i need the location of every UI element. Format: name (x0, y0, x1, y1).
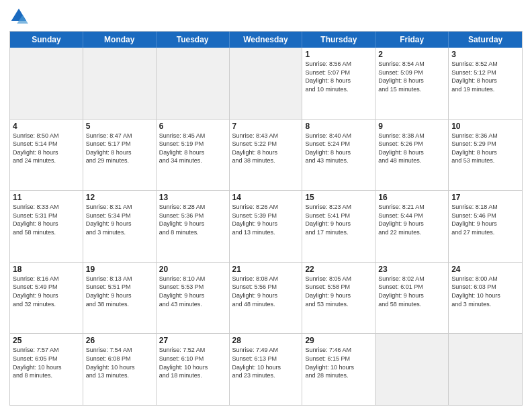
day-number: 25 (13, 336, 80, 345)
calendar-cell: 6Sunrise: 8:45 AMSunset: 5:19 PMDaylight… (157, 120, 230, 191)
calendar-cell (375, 334, 449, 405)
day-number: 20 (159, 265, 226, 274)
cell-text: Sunrise: 8:26 AMSunset: 5:39 PMDaylight:… (232, 203, 300, 236)
day-number: 18 (13, 265, 80, 274)
calendar-cell: 5Sunrise: 8:47 AMSunset: 5:17 PMDaylight… (83, 120, 157, 191)
calendar-cell: 28Sunrise: 7:49 AMSunset: 6:13 PMDayligh… (230, 334, 303, 405)
calendar-cell: 20Sunrise: 8:10 AMSunset: 5:53 PMDayligh… (157, 263, 230, 334)
calendar-cell: 2Sunrise: 8:54 AMSunset: 5:09 PMDaylight… (375, 48, 449, 119)
calendar-header-row: SundayMondayTuesdayWednesdayThursdayFrid… (10, 32, 522, 48)
cell-text: Sunrise: 8:36 AMSunset: 5:29 PMDaylight:… (451, 132, 519, 165)
calendar-cell: 1Sunrise: 8:56 AMSunset: 5:07 PMDaylight… (302, 48, 375, 119)
day-number: 11 (13, 193, 80, 202)
day-number: 26 (86, 336, 153, 345)
cell-text: Sunrise: 8:08 AMSunset: 5:56 PMDaylight:… (232, 275, 300, 308)
calendar-body: 1Sunrise: 8:56 AMSunset: 5:07 PMDaylight… (10, 48, 522, 405)
calendar-cell: 18Sunrise: 8:16 AMSunset: 5:49 PMDayligh… (10, 263, 83, 334)
cell-text: Sunrise: 7:49 AMSunset: 6:13 PMDaylight:… (232, 346, 300, 379)
day-number: 24 (451, 265, 519, 274)
calendar: SundayMondayTuesdayWednesdayThursdayFrid… (9, 31, 523, 406)
header-cell-thursday: Thursday (302, 32, 375, 48)
day-number: 3 (451, 50, 519, 59)
calendar-cell: 21Sunrise: 8:08 AMSunset: 5:56 PMDayligh… (230, 263, 303, 334)
cell-text: Sunrise: 8:02 AMSunset: 6:01 PMDaylight:… (378, 275, 445, 308)
day-number: 2 (378, 50, 445, 59)
calendar-cell (157, 48, 230, 119)
calendar-cell: 9Sunrise: 8:38 AMSunset: 5:26 PMDaylight… (375, 120, 449, 191)
header-cell-sunday: Sunday (10, 32, 83, 48)
calendar-cell (10, 48, 83, 119)
calendar-cell: 15Sunrise: 8:23 AMSunset: 5:41 PMDayligh… (302, 191, 375, 262)
calendar-cell: 4Sunrise: 8:50 AMSunset: 5:14 PMDaylight… (10, 120, 83, 191)
day-number: 4 (13, 122, 80, 131)
calendar-cell: 23Sunrise: 8:02 AMSunset: 6:01 PMDayligh… (375, 263, 449, 334)
header-cell-saturday: Saturday (449, 32, 522, 48)
calendar-cell: 24Sunrise: 8:00 AMSunset: 6:03 PMDayligh… (449, 263, 522, 334)
calendar-cell: 25Sunrise: 7:57 AMSunset: 6:05 PMDayligh… (10, 334, 83, 405)
calendar-cell: 3Sunrise: 8:52 AMSunset: 5:12 PMDaylight… (449, 48, 522, 119)
logo (9, 7, 30, 26)
day-number: 22 (305, 265, 372, 274)
logo-icon (9, 7, 28, 26)
cell-text: Sunrise: 8:43 AMSunset: 5:22 PMDaylight:… (232, 132, 300, 165)
day-number: 29 (305, 336, 372, 345)
day-number: 12 (86, 193, 153, 202)
day-number: 19 (86, 265, 153, 274)
day-number: 17 (451, 193, 519, 202)
header-cell-monday: Monday (83, 32, 157, 48)
calendar-cell: 14Sunrise: 8:26 AMSunset: 5:39 PMDayligh… (230, 191, 303, 262)
day-number: 9 (378, 122, 445, 131)
header-cell-wednesday: Wednesday (230, 32, 303, 48)
calendar-cell: 27Sunrise: 7:52 AMSunset: 6:10 PMDayligh… (157, 334, 230, 405)
cell-text: Sunrise: 8:33 AMSunset: 5:31 PMDaylight:… (13, 203, 80, 236)
calendar-cell: 8Sunrise: 8:40 AMSunset: 5:24 PMDaylight… (302, 120, 375, 191)
cell-text: Sunrise: 8:18 AMSunset: 5:46 PMDaylight:… (451, 203, 519, 236)
cell-text: Sunrise: 8:21 AMSunset: 5:44 PMDaylight:… (378, 203, 445, 236)
cell-text: Sunrise: 7:52 AMSunset: 6:10 PMDaylight:… (159, 346, 226, 379)
cell-text: Sunrise: 8:47 AMSunset: 5:17 PMDaylight:… (86, 132, 153, 165)
header (9, 7, 523, 26)
calendar-cell (449, 334, 522, 405)
cell-text: Sunrise: 7:57 AMSunset: 6:05 PMDaylight:… (13, 346, 80, 379)
day-number: 21 (232, 265, 300, 274)
calendar-row-4: 25Sunrise: 7:57 AMSunset: 6:05 PMDayligh… (10, 334, 522, 405)
day-number: 14 (232, 193, 300, 202)
page: SundayMondayTuesdayWednesdayThursdayFrid… (0, 0, 532, 411)
calendar-cell: 11Sunrise: 8:33 AMSunset: 5:31 PMDayligh… (10, 191, 83, 262)
day-number: 27 (159, 336, 226, 345)
day-number: 5 (86, 122, 153, 131)
day-number: 8 (305, 122, 372, 131)
header-cell-tuesday: Tuesday (157, 32, 230, 48)
cell-text: Sunrise: 8:28 AMSunset: 5:36 PMDaylight:… (159, 203, 226, 236)
calendar-row-3: 18Sunrise: 8:16 AMSunset: 5:49 PMDayligh… (10, 263, 522, 334)
cell-text: Sunrise: 8:31 AMSunset: 5:34 PMDaylight:… (86, 203, 153, 236)
calendar-cell: 10Sunrise: 8:36 AMSunset: 5:29 PMDayligh… (449, 120, 522, 191)
calendar-row-1: 4Sunrise: 8:50 AMSunset: 5:14 PMDaylight… (10, 120, 522, 191)
cell-text: Sunrise: 8:10 AMSunset: 5:53 PMDaylight:… (159, 275, 226, 308)
calendar-cell: 22Sunrise: 8:05 AMSunset: 5:58 PMDayligh… (302, 263, 375, 334)
cell-text: Sunrise: 8:13 AMSunset: 5:51 PMDaylight:… (86, 275, 153, 308)
cell-text: Sunrise: 8:00 AMSunset: 6:03 PMDaylight:… (451, 275, 519, 308)
calendar-row-2: 11Sunrise: 8:33 AMSunset: 5:31 PMDayligh… (10, 191, 522, 263)
day-number: 10 (451, 122, 519, 131)
cell-text: Sunrise: 8:23 AMSunset: 5:41 PMDaylight:… (305, 203, 372, 236)
calendar-cell: 29Sunrise: 7:46 AMSunset: 6:15 PMDayligh… (302, 334, 375, 405)
day-number: 13 (159, 193, 226, 202)
calendar-row-0: 1Sunrise: 8:56 AMSunset: 5:07 PMDaylight… (10, 48, 522, 120)
cell-text: Sunrise: 8:05 AMSunset: 5:58 PMDaylight:… (305, 275, 372, 308)
header-cell-friday: Friday (375, 32, 449, 48)
calendar-cell: 13Sunrise: 8:28 AMSunset: 5:36 PMDayligh… (157, 191, 230, 262)
day-number: 16 (378, 193, 445, 202)
calendar-cell: 19Sunrise: 8:13 AMSunset: 5:51 PMDayligh… (83, 263, 157, 334)
day-number: 7 (232, 122, 300, 131)
cell-text: Sunrise: 7:46 AMSunset: 6:15 PMDaylight:… (305, 346, 372, 379)
cell-text: Sunrise: 8:16 AMSunset: 5:49 PMDaylight:… (13, 275, 80, 308)
day-number: 6 (159, 122, 226, 131)
calendar-cell (83, 48, 157, 119)
calendar-cell: 12Sunrise: 8:31 AMSunset: 5:34 PMDayligh… (83, 191, 157, 262)
calendar-cell: 26Sunrise: 7:54 AMSunset: 6:08 PMDayligh… (83, 334, 157, 405)
cell-text: Sunrise: 8:52 AMSunset: 5:12 PMDaylight:… (451, 60, 519, 93)
cell-text: Sunrise: 8:45 AMSunset: 5:19 PMDaylight:… (159, 132, 226, 165)
day-number: 28 (232, 336, 300, 345)
day-number: 23 (378, 265, 445, 274)
